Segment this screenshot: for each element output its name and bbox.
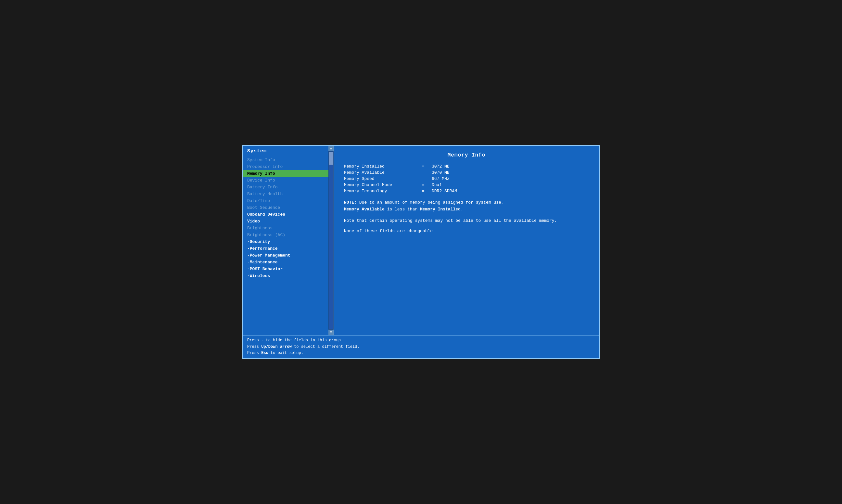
info-value: DDR2 SDRAM <box>432 189 457 194</box>
note-bold-label: NOTE <box>344 200 354 205</box>
bottom-bar: Press - to hide the fields in this group… <box>243 335 599 358</box>
info-row: Memory Installed = 3072 MB <box>344 164 589 169</box>
menu-item[interactable]: -Wireless <box>243 272 334 279</box>
bottom-line-2-highlight: Up/Down arrow <box>261 345 292 349</box>
left-panel: System System InfoProcessor InfoMemory I… <box>243 146 334 335</box>
menu-item[interactable]: -Security <box>243 238 334 245</box>
bottom-line-2-suffix: to select a different field. <box>292 345 360 349</box>
memory-installed-label: Memory Installed <box>420 207 461 212</box>
bottom-line-3-suffix: to exit setup. <box>268 351 303 355</box>
menu-item[interactable]: Onboard Devices <box>243 211 334 218</box>
menu-item[interactable]: Brightness <box>243 225 334 232</box>
menu-items: System InfoProcessor InfoMemory InfoDevi… <box>243 157 334 335</box>
info-row: Memory Available = 3070 MB <box>344 170 589 175</box>
bios-main: System System InfoProcessor InfoMemory I… <box>243 146 599 335</box>
menu-item[interactable]: Date/Time <box>243 197 334 204</box>
info-value: 667 MHz <box>432 176 450 181</box>
bios-screen: System System InfoProcessor InfoMemory I… <box>242 145 600 359</box>
menu-item[interactable]: System Info <box>243 157 334 163</box>
info-label: Memory Speed <box>344 176 422 181</box>
info-value: Dual <box>432 182 442 187</box>
bottom-line-1: Press - to hide the fields in this group <box>247 337 595 344</box>
bottom-line-3: Press Esc to exit setup. <box>247 350 595 356</box>
menu-item[interactable]: Memory Info <box>243 170 334 177</box>
menu-item[interactable]: Device Info <box>243 177 334 184</box>
bottom-line-3-prefix: Press <box>247 351 261 355</box>
panel-title: Memory Info <box>344 152 589 158</box>
menu-item[interactable]: Battery Info <box>243 184 334 191</box>
info-equals: = <box>422 170 432 175</box>
note-section-2: Note that certain operating systems may … <box>344 218 589 224</box>
memory-available-label: Memory Available <box>344 207 384 212</box>
info-row: Memory Channel Mode = Dual <box>344 182 589 187</box>
menu-item[interactable]: Battery Health <box>243 191 334 197</box>
info-equals: = <box>422 182 432 187</box>
menu-item[interactable]: -Power Management <box>243 252 334 259</box>
note-period: . <box>461 207 463 212</box>
info-table: Memory Installed = 3072 MBMemory Availab… <box>344 164 589 194</box>
bottom-line-2-prefix: Press <box>247 345 261 349</box>
menu-item[interactable]: -Performance <box>243 245 334 252</box>
menu-item[interactable]: Boot Sequence <box>243 204 334 211</box>
scrollbar-thumb <box>329 152 333 165</box>
info-value: 3072 MB <box>432 164 450 169</box>
info-equals: = <box>422 164 432 169</box>
info-label: Memory Channel Mode <box>344 182 422 187</box>
scroll-down-arrow[interactable]: ▼ <box>328 330 334 335</box>
bottom-line-3-highlight: Esc <box>261 351 268 355</box>
note-text: : Due to an amount of memory being assig… <box>354 200 503 205</box>
menu-item[interactable]: Brightness (AC) <box>243 232 334 238</box>
info-label: Memory Available <box>344 170 422 175</box>
menu-item[interactable]: Processor Info <box>243 163 334 170</box>
menu-item[interactable]: Video <box>243 218 334 225</box>
info-row: Memory Speed = 667 MHz <box>344 176 589 181</box>
info-equals: = <box>422 189 432 194</box>
changeable-note: None of these fields are changeable. <box>344 229 589 233</box>
bios-title: System <box>243 146 334 157</box>
info-label: Memory Installed <box>344 164 422 169</box>
note-less-than: is less than <box>384 207 420 212</box>
scroll-up-arrow[interactable]: ▲ <box>328 146 334 151</box>
note-section-1: NOTE: Due to an amount of memory being a… <box>344 199 589 213</box>
scrollbar-track <box>329 152 333 329</box>
right-panel: Memory Info Memory Installed = 3072 MBMe… <box>334 146 599 335</box>
bottom-line-2: Press Up/Down arrow to select a differen… <box>247 344 595 350</box>
info-equals: = <box>422 176 432 181</box>
menu-item[interactable]: -POST Behavior <box>243 266 334 272</box>
info-row: Memory Technology = DDR2 SDRAM <box>344 189 589 194</box>
scrollbar[interactable]: ▲ ▼ <box>328 146 334 335</box>
info-label: Memory Technology <box>344 189 422 194</box>
info-value: 3070 MB <box>432 170 450 175</box>
menu-item[interactable]: -Maintenance <box>243 259 334 266</box>
